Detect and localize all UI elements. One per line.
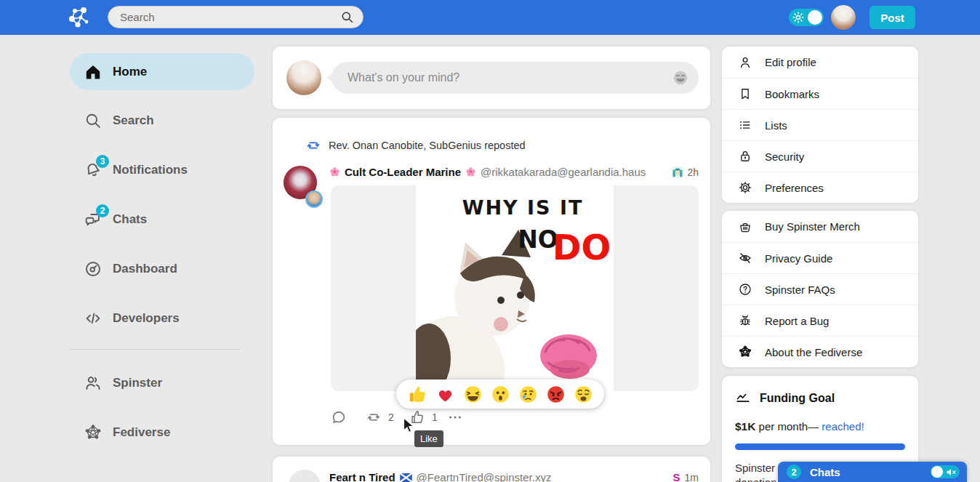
sidebar-item-spinster[interactable]: Spinster (70, 366, 254, 401)
repost-notice-text: Rev. Onan Canobite, SubGenius reposted (329, 140, 526, 151)
post-image-attachment[interactable]: WHY IS IT NO DO (331, 185, 699, 391)
spinster-logo-icon[interactable] (68, 6, 91, 29)
menu-item-label: Bookmarks (765, 88, 819, 100)
theme-toggle[interactable] (789, 9, 824, 26)
composer-input[interactable] (348, 71, 672, 84)
menu-item-security[interactable]: Security (722, 140, 918, 172)
crying-emoji-icon[interactable] (518, 385, 538, 404)
fediverse-icon (84, 423, 103, 442)
post-timestamp[interactable]: 2h (687, 166, 699, 178)
list-icon (738, 118, 752, 132)
bookmark-icon (738, 87, 752, 101)
people-icon (84, 374, 103, 393)
sidebar-item-label: Search (113, 113, 154, 128)
topbar: Post (0, 0, 980, 35)
current-user-avatar[interactable] (831, 5, 856, 30)
next-post-author-name[interactable]: Feart n Tired (329, 471, 395, 482)
post-button[interactable]: Post (869, 6, 915, 29)
post-author-name[interactable]: Cult Co-Leader Marine (345, 166, 461, 178)
sidebar-item-label: Dashboard (113, 262, 177, 276)
sidebar-item-notifications[interactable]: 3 Notifications (70, 153, 254, 188)
resources-menu: Buy Spinster Merch Privacy Guide Spinste… (722, 211, 918, 367)
menu-item-preferences[interactable]: Preferences (722, 172, 918, 203)
gear-icon (738, 180, 752, 195)
funding-progress-bar (735, 443, 905, 450)
eye-off-icon (738, 251, 752, 265)
next-post-avatar[interactable] (289, 470, 321, 482)
chats-icon: 2 (84, 210, 103, 229)
sidebar-divider (70, 349, 240, 350)
scottish-flag-emoji-icon (400, 473, 412, 482)
next-post-header: Feart n Tired @FeartnTired@spinster.xyz … (329, 471, 699, 482)
sidebar-item-search[interactable]: Search (70, 103, 254, 138)
chats-dock-badge: 2 (787, 465, 801, 479)
sidebar-item-home[interactable]: Home (70, 53, 254, 90)
menu-item-label: Preferences (765, 182, 824, 194)
svg-text:DO: DO (553, 227, 611, 268)
sidebar-item-label: Spinster (113, 376, 162, 390)
menu-item-report-bug[interactable]: Report a Bug (722, 305, 918, 336)
menu-item-bookmarks[interactable]: Bookmarks (722, 78, 918, 109)
search-input[interactable] (120, 11, 340, 23)
sidebar-item-dashboard[interactable]: Dashboard (70, 252, 254, 286)
sidebar-item-label: Fediverse (113, 425, 170, 440)
like-button[interactable]: 1 (409, 409, 438, 425)
basket-icon (738, 220, 752, 234)
search-icon (84, 111, 103, 130)
next-post-card: Feart n Tired @FeartnTired@spinster.xyz … (273, 457, 710, 482)
sidebar-item-developers[interactable]: Developers (70, 301, 254, 336)
spinster-instance-icon: S (673, 471, 680, 482)
chats-badge: 2 (96, 204, 109, 217)
like-icon (409, 409, 425, 425)
flower-emoji-icon (329, 166, 340, 177)
menu-item-lists[interactable]: Lists (722, 109, 918, 140)
laughing-emoji-icon[interactable] (463, 385, 483, 404)
toggle-knob (808, 10, 822, 25)
fediverse-icon (738, 345, 752, 359)
menu-item-label: Lists (765, 119, 787, 132)
repost-count: 2 (388, 411, 394, 423)
sidebar-item-label: Chats (113, 212, 147, 227)
bug-icon (738, 313, 752, 328)
flower-emoji-icon (465, 166, 476, 177)
angry-emoji-icon[interactable] (546, 385, 566, 404)
sidebar-item-chats[interactable]: 2 Chats (70, 202, 254, 237)
heart-emoji-icon[interactable] (435, 385, 455, 404)
sidebar-item-fediverse[interactable]: Fediverse (70, 415, 254, 450)
menu-item-privacy-guide[interactable]: Privacy Guide (722, 242, 918, 273)
composer-avatar[interactable] (286, 60, 321, 95)
post-author-avatar[interactable] (284, 166, 317, 199)
thumbs-up-emoji-icon[interactable] (408, 385, 427, 404)
menu-item-about-fediverse[interactable]: About the Fediverse (722, 336, 918, 367)
menu-item-label: Buy Spinster Merch (765, 220, 860, 233)
funding-status-link[interactable]: reached! (822, 420, 864, 433)
more-button[interactable] (447, 409, 463, 425)
chat-sound-toggle[interactable] (931, 465, 960, 478)
sidebar-item-label: Developers (113, 311, 180, 326)
speaker-muted-icon (946, 468, 957, 476)
funding-amount: $1K (735, 420, 755, 433)
notifications-badge: 3 (96, 155, 109, 168)
emoji-picker-icon[interactable] (672, 70, 688, 86)
post-header: Cult Co-Leader Marine @rikkatakarada@gea… (329, 166, 699, 178)
menu-item-label: Edit profile (765, 56, 816, 68)
search-icon[interactable] (340, 10, 354, 24)
repost-button[interactable]: 2 (366, 409, 394, 425)
like-tooltip: Like (414, 430, 443, 447)
reposter-avatar[interactable] (305, 190, 323, 208)
menu-item-faqs[interactable]: Spinster FAQs (722, 273, 918, 305)
help-icon (738, 282, 752, 297)
menu-item-merch[interactable]: Buy Spinster Merch (722, 211, 918, 242)
surprised-emoji-icon[interactable] (491, 385, 510, 404)
menu-item-edit-profile[interactable]: Edit profile (722, 47, 918, 78)
next-post-timestamp[interactable]: 1m (685, 472, 699, 482)
dashboard-icon (84, 260, 103, 278)
comment-icon (331, 409, 347, 425)
composer-card (273, 47, 710, 109)
reply-button[interactable] (331, 409, 347, 425)
post-author-handle[interactable]: @rikkatakarada@gearlandia.haus (481, 166, 667, 178)
weary-emoji-icon[interactable] (574, 385, 593, 404)
next-post-author-handle[interactable]: @FeartnTired@spinster.xyz (417, 471, 669, 482)
repost-icon (366, 409, 382, 425)
chats-dock[interactable]: 2 Chats (778, 462, 967, 482)
